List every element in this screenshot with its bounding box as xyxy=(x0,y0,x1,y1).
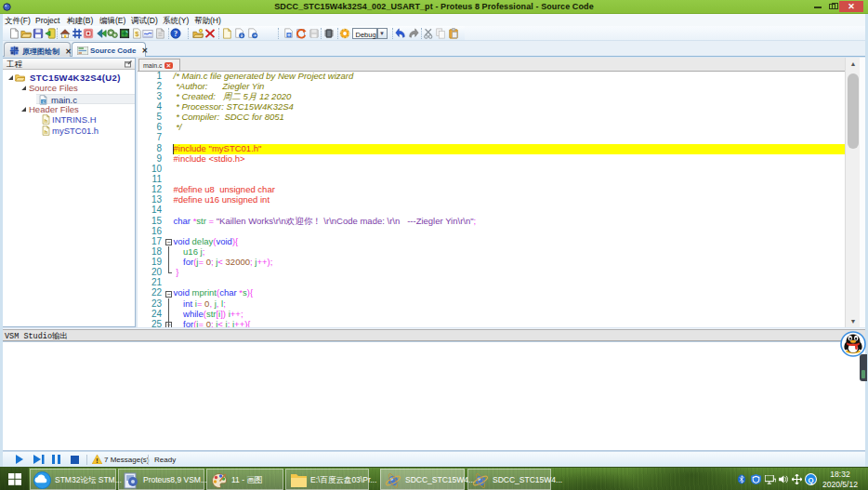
svg-text:$: $ xyxy=(135,30,139,38)
svg-text:!: ! xyxy=(96,457,98,464)
svg-text:Q: Q xyxy=(808,476,813,484)
svg-text:?: ? xyxy=(173,30,177,38)
svg-text:h: h xyxy=(44,117,47,124)
svg-text:h: h xyxy=(44,127,47,134)
